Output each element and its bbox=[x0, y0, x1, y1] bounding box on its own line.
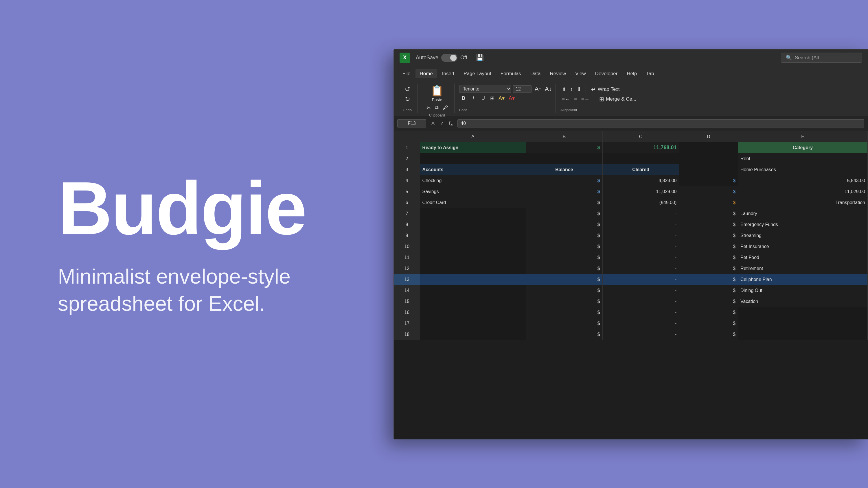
menu-developer[interactable]: Developer bbox=[591, 69, 622, 78]
cell-b16-dollar[interactable]: $ bbox=[526, 307, 603, 318]
cell-c8[interactable]: - bbox=[602, 219, 679, 230]
cell-a3[interactable]: Accounts bbox=[420, 164, 526, 175]
cell-b5-val[interactable]: 11,029.00 bbox=[602, 186, 679, 197]
cell-d5[interactable]: $ bbox=[679, 186, 738, 197]
cell-b11-dollar[interactable]: $ bbox=[526, 252, 603, 263]
cell-e14[interactable]: Dining Out bbox=[738, 285, 868, 296]
cell-d1[interactable] bbox=[679, 142, 738, 153]
cell-d9[interactable]: $ bbox=[679, 230, 738, 241]
cell-b3[interactable]: Balance bbox=[526, 164, 603, 175]
cell-e8[interactable]: Emergency Funds bbox=[738, 219, 868, 230]
cell-d2[interactable] bbox=[679, 153, 738, 164]
autosave-toggle[interactable] bbox=[441, 54, 458, 62]
copy-button[interactable]: ⧉ bbox=[433, 104, 440, 112]
cell-a9[interactable] bbox=[420, 230, 526, 241]
cell-b14-dollar[interactable]: $ bbox=[526, 285, 603, 296]
menu-tab[interactable]: Tab bbox=[642, 69, 658, 78]
redo-button[interactable]: ↻ bbox=[403, 95, 411, 104]
cell-e6[interactable]: Transportation bbox=[738, 197, 868, 208]
save-icon[interactable]: 💾 bbox=[476, 54, 484, 62]
cell-b13-dollar[interactable]: $ bbox=[526, 274, 603, 285]
cell-c17[interactable]: - bbox=[602, 318, 679, 329]
cell-e17[interactable] bbox=[738, 318, 868, 329]
cell-d16[interactable]: $ bbox=[679, 307, 738, 318]
cell-a13[interactable] bbox=[420, 274, 526, 285]
cell-d17[interactable]: $ bbox=[679, 318, 738, 329]
cell-b15-dollar[interactable]: $ bbox=[526, 296, 603, 307]
cell-d10[interactable]: $ bbox=[679, 241, 738, 252]
font-color-button[interactable]: A▾ bbox=[507, 94, 516, 102]
cell-a17[interactable] bbox=[420, 318, 526, 329]
col-header-e[interactable]: E bbox=[738, 131, 868, 142]
cell-e3[interactable]: Home Purchases bbox=[738, 164, 868, 175]
cell-e12[interactable]: Retirement bbox=[738, 263, 868, 274]
cell-a16[interactable] bbox=[420, 307, 526, 318]
cell-c16[interactable]: - bbox=[602, 307, 679, 318]
cell-e15[interactable]: Vacation bbox=[738, 296, 868, 307]
cell-a15[interactable] bbox=[420, 296, 526, 307]
cell-a4[interactable]: Checking bbox=[420, 175, 526, 186]
col-header-b[interactable]: B bbox=[526, 131, 603, 142]
cell-b2[interactable] bbox=[526, 153, 603, 164]
cell-b9-dollar[interactable]: $ bbox=[526, 230, 603, 241]
cell-e7[interactable]: Laundry bbox=[738, 208, 868, 219]
cell-c15[interactable]: - bbox=[602, 296, 679, 307]
cell-d14[interactable]: $ bbox=[679, 285, 738, 296]
cell-e16[interactable] bbox=[738, 307, 868, 318]
formula-input[interactable] bbox=[458, 120, 864, 128]
cell-a11[interactable] bbox=[420, 252, 526, 263]
cell-d18[interactable]: $ bbox=[679, 329, 738, 340]
menu-data[interactable]: Data bbox=[526, 69, 545, 78]
menu-formulas[interactable]: Formulas bbox=[496, 69, 525, 78]
align-middle-button[interactable]: ↕ bbox=[569, 86, 574, 93]
cell-b10-dollar[interactable]: $ bbox=[526, 241, 603, 252]
cell-a6[interactable]: Credit Card bbox=[420, 197, 526, 208]
menu-view[interactable]: View bbox=[571, 69, 590, 78]
underline-button[interactable]: U bbox=[479, 95, 488, 102]
cell-a1[interactable]: Ready to Assign bbox=[420, 142, 526, 153]
cell-d11[interactable]: $ bbox=[679, 252, 738, 263]
cell-b12-dollar[interactable]: $ bbox=[526, 263, 603, 274]
cell-e10[interactable]: Pet Insurance bbox=[738, 241, 868, 252]
search-box[interactable]: 🔍 Search (Alt bbox=[781, 53, 862, 63]
cell-c3[interactable]: Cleared bbox=[602, 164, 679, 175]
cell-a8[interactable] bbox=[420, 219, 526, 230]
paste-button[interactable]: 📋 Paste bbox=[431, 85, 443, 102]
cell-d8[interactable]: $ bbox=[679, 219, 738, 230]
formula-confirm-icon[interactable]: ✓ bbox=[438, 120, 446, 128]
formula-insert-function-icon[interactable]: fx bbox=[447, 119, 455, 128]
align-right-button[interactable]: ≡→ bbox=[580, 95, 591, 103]
cell-c14[interactable]: - bbox=[602, 285, 679, 296]
cell-c10[interactable]: - bbox=[602, 241, 679, 252]
wrap-text-button[interactable]: ↵ Wrap Text bbox=[589, 85, 622, 94]
col-header-a[interactable]: A bbox=[420, 131, 526, 142]
cell-b6-dollar[interactable]: $ bbox=[526, 197, 603, 208]
cell-e1[interactable]: Category bbox=[738, 142, 868, 153]
cell-d15[interactable]: $ bbox=[679, 296, 738, 307]
cell-b1-val[interactable]: 11,768.01 bbox=[602, 142, 679, 153]
cell-d7[interactable]: $ bbox=[679, 208, 738, 219]
cell-d4[interactable]: $ bbox=[679, 175, 738, 186]
cell-c9[interactable]: - bbox=[602, 230, 679, 241]
col-header-d[interactable]: D bbox=[679, 131, 738, 142]
cell-a18[interactable] bbox=[420, 329, 526, 340]
cell-d6[interactable]: $ bbox=[679, 197, 738, 208]
cell-b1-dollar[interactable]: $ bbox=[526, 142, 603, 153]
cell-b6-val[interactable]: (949.00) bbox=[602, 197, 679, 208]
cell-c13[interactable]: - bbox=[602, 274, 679, 285]
cell-c11[interactable]: - bbox=[602, 252, 679, 263]
spreadsheet-grid[interactable]: A B C D E 1 Ready to Assign $ 11,768.01 … bbox=[394, 131, 868, 440]
cell-e2[interactable]: Rent bbox=[738, 153, 868, 164]
cell-c2[interactable] bbox=[602, 153, 679, 164]
cell-d12[interactable]: $ bbox=[679, 263, 738, 274]
cell-b7-dollar[interactable]: $ bbox=[526, 208, 603, 219]
undo-button[interactable]: ↺ bbox=[403, 85, 411, 94]
align-left-button[interactable]: ≡← bbox=[560, 95, 572, 103]
cell-a10[interactable] bbox=[420, 241, 526, 252]
cell-e18[interactable] bbox=[738, 329, 868, 340]
cell-e11[interactable]: Pet Food bbox=[738, 252, 868, 263]
menu-page-layout[interactable]: Page Layout bbox=[460, 69, 495, 78]
cell-b8-dollar[interactable]: $ bbox=[526, 219, 603, 230]
cell-e9[interactable]: Streaming bbox=[738, 230, 868, 241]
cell-b18-dollar[interactable]: $ bbox=[526, 329, 603, 340]
